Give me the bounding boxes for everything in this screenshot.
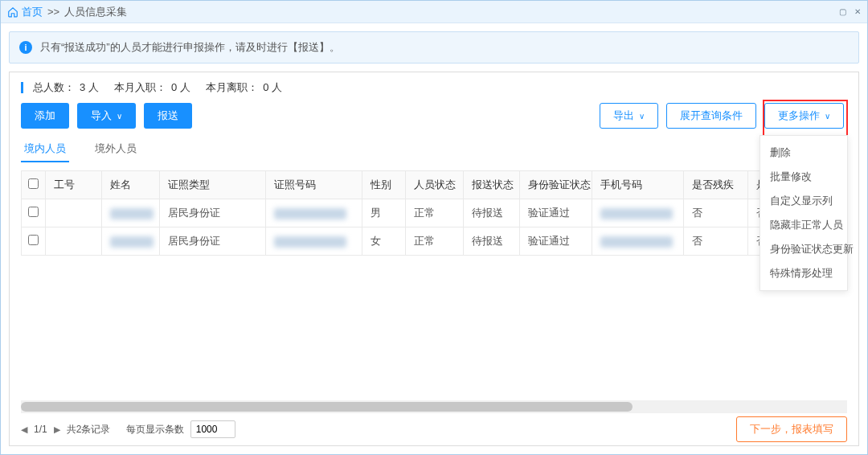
label-left: 本月离职： <box>206 80 258 95</box>
menu-hide-abnormal[interactable]: 隐藏非正常人员 <box>760 213 847 237</box>
cell-bszt: 待报送 <box>464 199 520 228</box>
close-icon[interactable]: ✕ <box>854 7 861 16</box>
label-hired: 本月入职： <box>114 80 166 95</box>
cell-xb: 女 <box>362 228 406 256</box>
cell-zjlx: 居民身份证 <box>160 228 266 256</box>
home-icon <box>7 6 18 18</box>
th-ryzt: 人员状态 <box>406 171 464 199</box>
table-row[interactable]: 居民身份证 女 正常 待报送 验证通过 否 否 <box>22 228 847 256</box>
cell-ryzt: 正常 <box>406 228 464 256</box>
cell-sjhm <box>592 228 684 256</box>
maximize-icon[interactable]: ▢ <box>839 7 846 16</box>
cell-ryzt: 正常 <box>406 199 464 228</box>
redacted-name <box>110 208 154 219</box>
export-button[interactable]: 导出 ∨ <box>600 103 658 129</box>
pager-prev[interactable]: ◀ <box>21 424 27 435</box>
info-icon: i <box>19 41 32 54</box>
menu-custom-cols[interactable]: 自定义显示列 <box>760 189 847 213</box>
chevron-down-icon: ∨ <box>825 112 830 121</box>
import-button[interactable]: 导入 ∨ <box>77 103 136 129</box>
th-zjhm: 证照号码 <box>266 171 362 199</box>
tab-domestic[interactable]: 境内人员 <box>21 137 69 162</box>
menu-special[interactable]: 特殊情形处理 <box>760 261 847 285</box>
table-empty-area <box>21 256 847 400</box>
th-sfcj: 是否残疾 <box>684 171 748 199</box>
cell-zjhm <box>266 228 362 256</box>
cell-zjhm <box>266 199 362 228</box>
info-alert: i 只有“报送成功”的人员才能进行申报操作，请及时进行【报送】。 <box>9 31 859 64</box>
redacted-id <box>274 236 346 248</box>
value-hired: 0 人 <box>171 80 190 95</box>
cell-sfcj: 否 <box>684 228 748 256</box>
expand-filter-button[interactable]: 展开查询条件 <box>666 103 756 129</box>
cell-sjhm <box>592 199 684 228</box>
redacted-phone <box>600 208 673 219</box>
cell-sfcj: 否 <box>684 199 748 228</box>
th-zjlx: 证照类型 <box>160 171 266 199</box>
add-button[interactable]: 添加 <box>21 103 69 129</box>
pager-total: 共2条记录 <box>67 423 111 437</box>
cell-xb: 男 <box>362 199 406 228</box>
checkbox-row[interactable] <box>28 207 39 217</box>
more-label: 更多操作 <box>778 109 820 123</box>
export-label: 导出 <box>613 109 634 123</box>
cell-gh <box>46 199 102 228</box>
value-left: 0 人 <box>263 80 282 95</box>
breadcrumb-current: 人员信息采集 <box>64 5 127 19</box>
th-gh: 工号 <box>46 171 102 199</box>
more-actions-button[interactable]: 更多操作 ∨ <box>764 103 844 129</box>
chevron-down-icon: ∨ <box>117 112 122 121</box>
cell-sfzzt: 验证通过 <box>520 199 592 228</box>
stat-accent <box>21 82 23 93</box>
th-sjhm: 手机号码 <box>592 171 684 199</box>
pager-page: 1/1 <box>34 424 47 435</box>
th-bszt: 报送状态 <box>464 171 520 199</box>
table-row[interactable]: 居民身份证 男 正常 待报送 验证通过 否 否 <box>22 199 847 228</box>
import-label: 导入 <box>91 109 112 123</box>
th-xm: 姓名 <box>102 171 160 199</box>
breadcrumb: 首页 >> 人员信息采集 <box>7 5 127 19</box>
cell-sfzzt: 验证通过 <box>520 228 592 256</box>
breadcrumb-sep: >> <box>47 6 59 18</box>
menu-delete[interactable]: 删除 <box>760 141 847 165</box>
cell-bszt: 待报送 <box>464 228 520 256</box>
more-actions-dropdown: 删除 批量修改 自定义显示列 隐藏非正常人员 身份验证状态更新 特殊情形处理 <box>760 135 848 291</box>
th-sfzzt: 身份验证状态 <box>520 171 592 199</box>
checkbox-row[interactable] <box>28 235 39 245</box>
cell-gh <box>46 228 102 256</box>
people-table: 工号 姓名 证照类型 证照号码 性别 人员状态 报送状态 身份验证状态 手机号码… <box>21 170 847 256</box>
checkbox-all[interactable] <box>28 178 39 189</box>
chevron-down-icon: ∨ <box>639 112 645 121</box>
per-page-input[interactable] <box>190 420 235 438</box>
menu-id-refresh[interactable]: 身份验证状态更新 <box>760 237 847 261</box>
tab-foreign[interactable]: 境外人员 <box>92 137 140 162</box>
pager-next[interactable]: ▶ <box>54 424 60 435</box>
cell-xm <box>102 199 160 228</box>
stats-bar: 总人数： 3 人 本月入职： 0 人 本月离职： 0 人 <box>10 72 858 100</box>
alert-text: 只有“报送成功”的人员才能进行申报操作，请及时进行【报送】。 <box>40 40 340 55</box>
redacted-phone <box>600 236 673 248</box>
cell-xm <box>102 228 160 256</box>
per-page-label: 每页显示条数 <box>126 423 184 437</box>
th-xb: 性别 <box>362 171 406 199</box>
next-step-button[interactable]: 下一步，报表填写 <box>736 416 847 442</box>
h-scrollbar-thumb[interactable] <box>21 402 633 412</box>
breadcrumb-home-link[interactable]: 首页 <box>22 5 43 19</box>
h-scrollbar[interactable] <box>21 400 847 413</box>
redacted-name <box>110 236 154 248</box>
report-button[interactable]: 报送 <box>144 103 192 129</box>
cell-zjlx: 居民身份证 <box>160 199 266 228</box>
value-total: 3 人 <box>80 80 99 95</box>
label-total: 总人数： <box>33 80 75 95</box>
redacted-id <box>274 208 346 219</box>
menu-batch-edit[interactable]: 批量修改 <box>760 165 847 189</box>
